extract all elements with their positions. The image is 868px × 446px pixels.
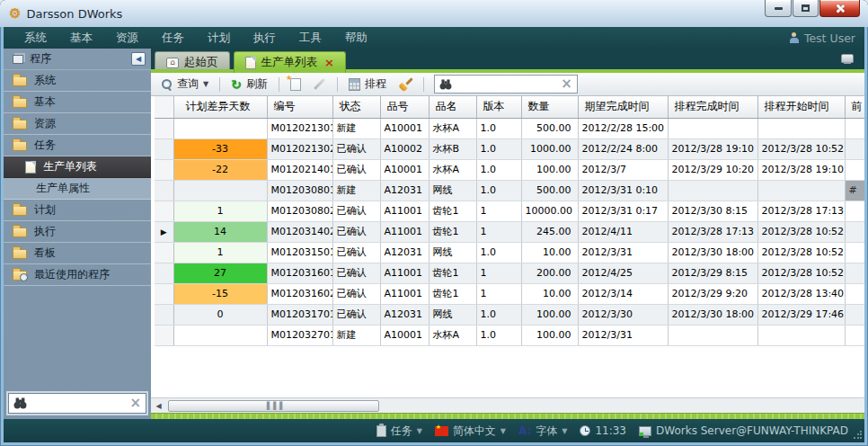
column-header-qty[interactable]: 数量 bbox=[521, 96, 578, 118]
status-task[interactable]: 任务 ▼ bbox=[376, 424, 422, 439]
new-button[interactable] bbox=[288, 76, 304, 93]
cell-diff bbox=[173, 180, 267, 201]
column-header-item_no[interactable]: 品号 bbox=[380, 96, 429, 118]
sidebar-header-label: 程序 bbox=[30, 51, 125, 67]
row-selector-cell[interactable] bbox=[155, 118, 173, 138]
column-header-partial[interactable]: 前 bbox=[845, 96, 864, 118]
sidebar-item-recent-programs[interactable]: 最近使用的程序 bbox=[4, 264, 151, 286]
window-pages-icon[interactable] bbox=[841, 54, 854, 63]
sidebar-item-resource[interactable]: 资源 bbox=[4, 113, 151, 135]
folder-icon bbox=[13, 76, 27, 86]
table-row[interactable]: M012032701新建A10001水杯A1.0100.002012/3/31 bbox=[155, 325, 864, 345]
table-row[interactable]: 1M012030802已确认A11001齿轮1110000.002012/3/3… bbox=[155, 201, 864, 221]
sidebar-item-basic[interactable]: 基本 bbox=[4, 92, 151, 113]
table-row[interactable]: -22M012021401已确认A10001水杯A1.0100.002012/3… bbox=[155, 159, 864, 180]
chevron-down-icon[interactable]: ▼ bbox=[417, 427, 422, 435]
menu-item[interactable]: 基本 bbox=[58, 31, 104, 46]
toolbar-search-input[interactable] bbox=[456, 77, 556, 92]
row-selector-cell[interactable] bbox=[155, 180, 173, 201]
sidebar-search-clear-icon[interactable]: × bbox=[129, 397, 141, 410]
scroll-left-button[interactable]: ◀ bbox=[151, 398, 166, 413]
row-selector-cell[interactable] bbox=[155, 159, 173, 180]
scrollbar-thumb[interactable]: ▐▐▐ bbox=[168, 400, 379, 412]
sidebar-search-input[interactable] bbox=[31, 397, 125, 411]
close-button[interactable] bbox=[819, 0, 860, 17]
tab-start-page[interactable]: ⌂起始页 bbox=[155, 51, 230, 73]
menu-item[interactable]: 计划 bbox=[196, 31, 242, 46]
monitor-icon bbox=[639, 426, 651, 436]
row-selector-cell[interactable] bbox=[155, 138, 173, 159]
sidebar-item-prod-order-props[interactable]: 生产单属性 bbox=[4, 178, 151, 200]
row-selector-cell[interactable] bbox=[155, 242, 173, 263]
column-header-status[interactable]: 状态 bbox=[332, 96, 380, 118]
clean-button[interactable] bbox=[395, 76, 415, 93]
menu-item[interactable]: 帮助 bbox=[333, 31, 379, 46]
horizontal-scrollbar[interactable]: ◀ ▐▐▐ bbox=[151, 397, 864, 413]
column-header-version[interactable]: 版本 bbox=[476, 96, 521, 118]
schedule-button[interactable]: 排程 bbox=[346, 75, 389, 94]
row-selector-cell[interactable]: ▶ bbox=[155, 221, 173, 242]
table-row[interactable]: -33M012021302已确认A10002水杯B1.01000.002012/… bbox=[155, 138, 864, 159]
chevron-down-icon[interactable]: ▼ bbox=[562, 427, 567, 435]
column-header-diff[interactable]: 计划差异天数 bbox=[173, 96, 267, 118]
query-button[interactable]: 查询 ▼ bbox=[158, 75, 211, 94]
table-row[interactable]: 1M012031501已确认A12031网线1.010.002012/3/312… bbox=[155, 242, 864, 263]
status-language[interactable]: 简体中文 ▼ bbox=[435, 424, 506, 439]
row-selector-cell[interactable] bbox=[155, 283, 173, 304]
sidebar-item-board[interactable]: 看板 bbox=[4, 243, 151, 264]
cell-sched_finish bbox=[668, 118, 757, 138]
column-header-sched_start[interactable]: 排程开始时间 bbox=[757, 96, 845, 118]
cell-status: 新建 bbox=[332, 180, 380, 201]
menu-item[interactable]: 系统 bbox=[13, 31, 58, 46]
maximize-button[interactable] bbox=[793, 0, 819, 17]
sidebar-collapse-button[interactable]: ◀ bbox=[131, 52, 146, 66]
row-selector-cell[interactable] bbox=[155, 325, 173, 345]
cell-version: 1.0 bbox=[476, 325, 521, 345]
sidebar-item-system[interactable]: 系统 bbox=[4, 70, 151, 92]
column-header-item_name[interactable]: 品名 bbox=[429, 96, 476, 118]
table-row[interactable]: 0M012031701已确认A12031网线1.0100.002012/3/30… bbox=[155, 304, 864, 325]
column-header-code[interactable]: 编号 bbox=[267, 96, 332, 118]
table-row[interactable]: M012021301新建A10001水杯A1.0500.002012/2/28 … bbox=[155, 118, 864, 138]
status-font[interactable]: A: 字体 ▼ bbox=[518, 424, 567, 439]
column-header-expected_finish[interactable]: 期望完成时间 bbox=[578, 96, 668, 118]
sidebar-item-task[interactable]: 任务 bbox=[4, 135, 151, 156]
minimize-button[interactable] bbox=[765, 0, 792, 17]
app-window: ⚙ Darsson DWorks 系统基本资源任务计划执行工具帮助 Test U… bbox=[0, 0, 868, 446]
menu-item[interactable]: 执行 bbox=[242, 31, 288, 46]
cell-expected_finish: 2012/3/31 bbox=[578, 325, 668, 345]
row-selector-cell[interactable] bbox=[155, 201, 173, 221]
sidebar-item-execute[interactable]: 执行 bbox=[4, 221, 151, 243]
grid-header-row: 计划差异天数编号状态品号品名版本数量期望完成时间排程完成时间排程开始时间前 bbox=[155, 96, 864, 118]
tab-close-icon[interactable]: × bbox=[324, 57, 334, 68]
toolbar-search-clear-icon[interactable]: × bbox=[561, 77, 572, 91]
cell-sched_start bbox=[757, 118, 845, 138]
table-row[interactable]: ▶14M012031402已确认A11001齿轮11245.002012/4/1… bbox=[155, 221, 864, 242]
title-bar[interactable]: ⚙ Darsson DWorks bbox=[0, 0, 868, 27]
row-selector-cell[interactable] bbox=[155, 263, 173, 283]
cell-item_name: 齿轮1 bbox=[429, 201, 476, 221]
menu-item[interactable]: 工具 bbox=[288, 31, 333, 46]
row-selector-cell[interactable] bbox=[155, 304, 173, 325]
resize-grip[interactable] bbox=[853, 431, 862, 440]
cell-item_name: 水杯B bbox=[429, 138, 476, 159]
menu-item[interactable]: 任务 bbox=[150, 31, 196, 46]
refresh-button[interactable]: ↻ 刷新 bbox=[228, 75, 270, 94]
tab-prod-order-list[interactable]: 生产单列表× bbox=[234, 51, 346, 73]
menu-items: 系统基本资源任务计划执行工具帮助 bbox=[13, 31, 379, 46]
table-row[interactable]: 27M012031601已确认A11001齿轮11200.002012/4/25… bbox=[155, 263, 864, 283]
cell-code: M012031402 bbox=[267, 221, 332, 242]
table-row[interactable]: -15M012031602已确认A11001齿轮1110.002012/3/14… bbox=[155, 283, 864, 304]
column-header-sched_finish[interactable]: 排程完成时间 bbox=[668, 96, 757, 118]
table-row[interactable]: M012030801新建A12031网线1.0500.002012/3/31 0… bbox=[155, 180, 864, 201]
sidebar-item-plan[interactable]: 计划 bbox=[4, 200, 151, 221]
cell-sched_start: 2012/3/28 10:52 bbox=[757, 221, 845, 242]
chevron-down-icon[interactable]: ▼ bbox=[500, 427, 506, 435]
edit-button[interactable] bbox=[310, 81, 329, 87]
sidebar-item-prod-order-list[interactable]: 生产单列表 bbox=[4, 156, 151, 178]
cell-qty: 10.00 bbox=[521, 242, 578, 263]
menu-item[interactable]: 资源 bbox=[104, 31, 150, 46]
cell-sched_start bbox=[757, 325, 845, 345]
user-badge[interactable]: Test User bbox=[789, 31, 855, 45]
query-dropdown-icon[interactable]: ▼ bbox=[203, 81, 208, 88]
